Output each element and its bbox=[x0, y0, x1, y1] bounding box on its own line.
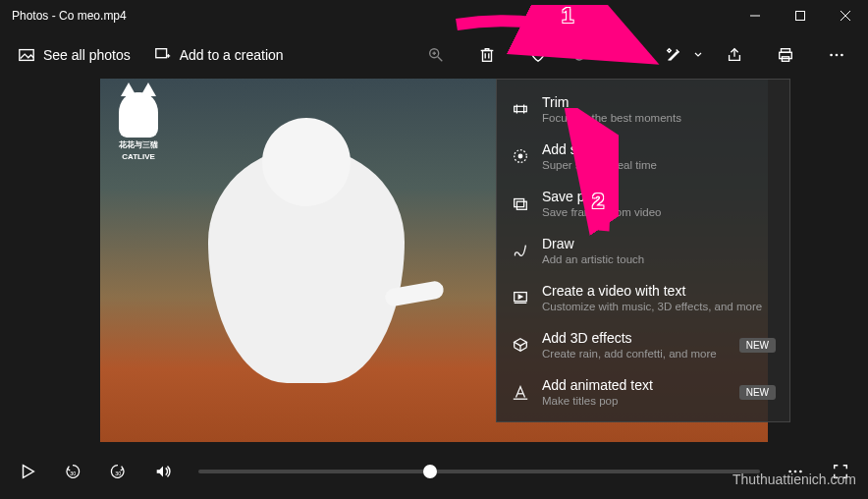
draw-icon bbox=[511, 241, 530, 260]
volume-button[interactable] bbox=[143, 452, 183, 491]
print-icon bbox=[777, 46, 794, 64]
new-badge: NEW bbox=[739, 338, 776, 353]
svg-rect-18 bbox=[780, 52, 792, 58]
add-to-creation-button[interactable]: Add to a creation bbox=[144, 37, 294, 73]
heart-icon bbox=[529, 46, 547, 64]
progress-bar[interactable] bbox=[198, 470, 760, 473]
svg-marker-33 bbox=[515, 339, 527, 346]
svg-point-20 bbox=[830, 54, 833, 57]
new-badge: NEW bbox=[739, 385, 776, 400]
menu-item-desc: Make titles pop bbox=[542, 394, 728, 408]
edit-create-icon bbox=[665, 46, 682, 64]
svg-point-21 bbox=[836, 54, 839, 57]
site-watermark: Thuthuattienich.com bbox=[732, 471, 856, 487]
forward-button[interactable]: 30 bbox=[98, 452, 137, 491]
forward-icon: 30 bbox=[109, 463, 127, 480]
menu-item-title: Save photos bbox=[542, 188, 776, 205]
svg-text:30: 30 bbox=[115, 471, 121, 476]
window-title: Photos - Co meo.mp4 bbox=[12, 9, 127, 23]
toolbar: See all photos Add to a creation bbox=[0, 31, 868, 79]
edit-create-dropdown: Trim Focus on the best moments Add slo-m… bbox=[496, 79, 790, 422]
svg-rect-5 bbox=[156, 49, 167, 58]
menu-item-animated-text[interactable]: Add animated text Make titles pop NEW bbox=[497, 368, 789, 416]
menu-item-title: Trim bbox=[542, 93, 776, 111]
more-icon bbox=[828, 46, 845, 64]
svg-rect-23 bbox=[515, 106, 527, 111]
svg-point-22 bbox=[841, 54, 843, 57]
more-button[interactable] bbox=[813, 37, 860, 73]
menu-item-draw[interactable]: Draw Add an artistic touch bbox=[497, 227, 789, 274]
menu-item-desc: Customize with music, 3D effects, and mo… bbox=[542, 300, 776, 313]
zoom-button[interactable] bbox=[412, 37, 460, 73]
menu-item-title: Add 3D effects bbox=[542, 329, 728, 347]
see-all-photos-button[interactable]: See all photos bbox=[8, 37, 140, 73]
maximize-button[interactable] bbox=[778, 0, 823, 31]
menu-item-slomo[interactable]: Add slo-mo Super slow to real time bbox=[497, 133, 789, 180]
chevron-down-icon bbox=[694, 51, 702, 59]
print-button[interactable] bbox=[762, 37, 809, 73]
menu-item-desc: Save frames from video bbox=[542, 205, 776, 219]
see-all-label: See all photos bbox=[43, 47, 131, 63]
favorite-button[interactable] bbox=[515, 37, 562, 73]
menu-item-desc: Super slow to real time bbox=[542, 158, 776, 172]
chevron-down-icon bbox=[600, 51, 608, 59]
video-content bbox=[208, 147, 405, 383]
delete-button[interactable] bbox=[463, 37, 511, 73]
add-creation-icon bbox=[154, 46, 172, 64]
menu-item-title: Add animated text bbox=[542, 376, 728, 394]
menu-item-desc: Add an artistic touch bbox=[542, 252, 776, 266]
minimize-button[interactable] bbox=[732, 0, 778, 31]
animated-text-icon bbox=[511, 382, 530, 402]
svg-rect-1 bbox=[796, 12, 805, 21]
menu-item-desc: Focus on the best moments bbox=[542, 111, 776, 125]
play-icon bbox=[19, 463, 36, 480]
svg-line-9 bbox=[438, 57, 443, 62]
volume-icon bbox=[154, 463, 172, 480]
menu-item-title: Draw bbox=[542, 235, 776, 252]
play-button[interactable] bbox=[8, 452, 47, 491]
menu-item-desc: Create rain, add confetti, and more bbox=[542, 347, 728, 360]
video-watermark-logo: 花花与三猫 CATLIVE bbox=[114, 92, 163, 161]
save-photos-icon bbox=[511, 194, 530, 213]
svg-point-27 bbox=[518, 154, 522, 158]
progress-handle[interactable] bbox=[423, 465, 437, 478]
svg-marker-39 bbox=[24, 466, 34, 478]
menu-item-save-photos[interactable]: Save photos Save frames from video bbox=[497, 180, 789, 227]
photo-icon bbox=[18, 46, 35, 64]
trash-icon bbox=[478, 46, 496, 64]
trim-icon bbox=[511, 99, 530, 119]
menu-item-title: Add slo-mo bbox=[542, 140, 776, 158]
share-icon bbox=[726, 46, 743, 64]
edit-create-button[interactable] bbox=[660, 37, 707, 73]
svg-text:30: 30 bbox=[70, 471, 76, 476]
rewind-icon: 30 bbox=[64, 463, 81, 480]
rotate-button[interactable] bbox=[566, 37, 613, 73]
svg-rect-12 bbox=[483, 51, 492, 62]
slomo-icon bbox=[511, 146, 530, 166]
svg-rect-28 bbox=[515, 199, 524, 207]
menu-item-trim[interactable]: Trim Focus on the best moments bbox=[497, 85, 789, 133]
cube-icon bbox=[511, 335, 530, 355]
rotate-icon bbox=[570, 46, 588, 64]
rewind-button[interactable]: 30 bbox=[53, 452, 92, 491]
add-creation-label: Add to a creation bbox=[180, 47, 284, 63]
svg-marker-42 bbox=[157, 467, 163, 477]
share-button[interactable] bbox=[711, 37, 758, 73]
svg-marker-32 bbox=[518, 295, 522, 299]
titlebar: Photos - Co meo.mp4 bbox=[0, 0, 868, 31]
close-button[interactable] bbox=[823, 0, 868, 31]
annotation-number-2: 2 bbox=[592, 189, 604, 214]
watermark-text-bottom: CATLIVE bbox=[122, 152, 155, 161]
zoom-in-icon bbox=[427, 46, 445, 64]
menu-item-3d-effects[interactable]: Add 3D effects Create rain, add confetti… bbox=[497, 321, 789, 368]
menu-item-video-text[interactable]: Create a video with text Customize with … bbox=[497, 274, 789, 321]
menu-item-title: Create a video with text bbox=[542, 282, 776, 300]
svg-rect-29 bbox=[516, 201, 526, 209]
annotation-number-1: 1 bbox=[562, 3, 573, 28]
watermark-text-top: 花花与三猫 bbox=[119, 139, 158, 150]
video-text-icon bbox=[511, 288, 530, 307]
